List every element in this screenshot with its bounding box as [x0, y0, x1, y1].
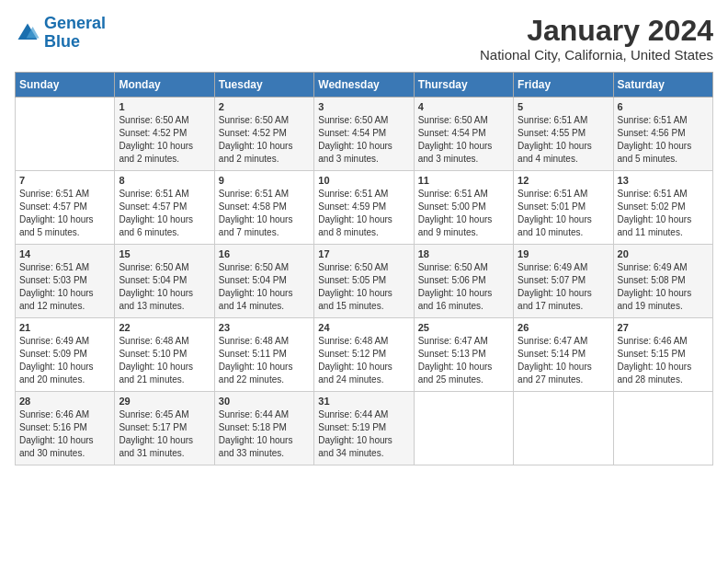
calendar-cell: 3Sunrise: 6:50 AM Sunset: 4:54 PM Daylig…	[314, 98, 414, 171]
day-number: 9	[219, 175, 310, 186]
day-number: 26	[518, 322, 609, 333]
day-info: Sunrise: 6:50 AM Sunset: 5:05 PM Dayligh…	[318, 261, 409, 313]
header-cell-sunday: Sunday	[16, 73, 115, 98]
calendar-cell: 27Sunrise: 6:46 AM Sunset: 5:15 PM Dayli…	[613, 318, 712, 392]
day-info: Sunrise: 6:51 AM Sunset: 4:55 PM Dayligh…	[518, 114, 609, 166]
day-info: Sunrise: 6:51 AM Sunset: 5:00 PM Dayligh…	[418, 188, 509, 239]
calendar-cell: 30Sunrise: 6:44 AM Sunset: 5:18 PM Dayli…	[214, 392, 313, 465]
day-number: 1	[119, 101, 210, 112]
day-number: 29	[119, 396, 210, 407]
day-number: 3	[318, 101, 409, 112]
calendar-cell: 17Sunrise: 6:50 AM Sunset: 5:05 PM Dayli…	[314, 245, 414, 318]
calendar-cell: 16Sunrise: 6:50 AM Sunset: 5:04 PM Dayli…	[214, 245, 313, 318]
logo: General Blue	[15, 15, 106, 52]
day-number: 7	[19, 175, 110, 186]
day-info: Sunrise: 6:47 AM Sunset: 5:14 PM Dayligh…	[518, 335, 609, 386]
day-number: 2	[219, 101, 310, 112]
calendar-cell: 2Sunrise: 6:50 AM Sunset: 4:52 PM Daylig…	[214, 98, 313, 171]
day-number: 19	[518, 248, 609, 259]
calendar-table: SundayMondayTuesdayWednesdayThursdayFrid…	[15, 72, 713, 465]
day-info: Sunrise: 6:45 AM Sunset: 5:17 PM Dayligh…	[119, 408, 210, 460]
location-title: National City, California, United States	[480, 47, 713, 63]
logo-text: General Blue	[44, 15, 106, 52]
calendar-cell	[414, 392, 513, 465]
calendar-cell: 14Sunrise: 6:51 AM Sunset: 5:03 PM Dayli…	[16, 245, 115, 318]
day-number: 8	[119, 175, 210, 186]
calendar-cell: 21Sunrise: 6:49 AM Sunset: 5:09 PM Dayli…	[16, 318, 115, 392]
day-number: 14	[19, 248, 110, 259]
header-cell-monday: Monday	[115, 73, 214, 98]
day-info: Sunrise: 6:50 AM Sunset: 5:06 PM Dayligh…	[418, 261, 509, 313]
day-number: 31	[318, 396, 409, 407]
day-number: 20	[618, 248, 709, 259]
day-info: Sunrise: 6:51 AM Sunset: 4:58 PM Dayligh…	[219, 188, 310, 239]
calendar-cell: 8Sunrise: 6:51 AM Sunset: 4:57 PM Daylig…	[115, 171, 214, 245]
day-number: 23	[219, 322, 310, 333]
header-cell-wednesday: Wednesday	[314, 73, 414, 98]
day-info: Sunrise: 6:51 AM Sunset: 5:01 PM Dayligh…	[518, 188, 609, 239]
calendar-cell: 12Sunrise: 6:51 AM Sunset: 5:01 PM Dayli…	[514, 171, 613, 245]
day-info: Sunrise: 6:50 AM Sunset: 4:52 PM Dayligh…	[219, 114, 310, 166]
day-info: Sunrise: 6:51 AM Sunset: 5:02 PM Dayligh…	[618, 188, 709, 239]
day-number: 10	[318, 175, 409, 186]
day-info: Sunrise: 6:50 AM Sunset: 5:04 PM Dayligh…	[119, 261, 210, 313]
month-title: January 2024	[480, 15, 713, 47]
calendar-cell: 9Sunrise: 6:51 AM Sunset: 4:58 PM Daylig…	[214, 171, 313, 245]
day-info: Sunrise: 6:44 AM Sunset: 5:19 PM Dayligh…	[318, 408, 409, 460]
day-info: Sunrise: 6:49 AM Sunset: 5:07 PM Dayligh…	[518, 261, 609, 313]
day-number: 30	[219, 396, 310, 407]
calendar-cell: 19Sunrise: 6:49 AM Sunset: 5:07 PM Dayli…	[514, 245, 613, 318]
header-cell-thursday: Thursday	[414, 73, 513, 98]
day-info: Sunrise: 6:44 AM Sunset: 5:18 PM Dayligh…	[219, 408, 310, 460]
title-block: January 2024 National City, California, …	[480, 15, 713, 63]
day-number: 27	[618, 322, 709, 333]
header-cell-saturday: Saturday	[613, 73, 712, 98]
day-number: 25	[418, 322, 509, 333]
day-info: Sunrise: 6:51 AM Sunset: 5:03 PM Dayligh…	[19, 261, 110, 313]
day-number: 22	[119, 322, 210, 333]
day-info: Sunrise: 6:48 AM Sunset: 5:11 PM Dayligh…	[219, 335, 310, 386]
day-info: Sunrise: 6:50 AM Sunset: 4:54 PM Dayligh…	[418, 114, 509, 166]
header-cell-friday: Friday	[514, 73, 613, 98]
day-number: 4	[418, 101, 509, 112]
calendar-cell: 26Sunrise: 6:47 AM Sunset: 5:14 PM Dayli…	[514, 318, 613, 392]
page-header: General Blue January 2024 National City,…	[15, 15, 713, 63]
calendar-week-row: 14Sunrise: 6:51 AM Sunset: 5:03 PM Dayli…	[16, 245, 713, 318]
day-info: Sunrise: 6:48 AM Sunset: 5:10 PM Dayligh…	[119, 335, 210, 386]
calendar-cell: 6Sunrise: 6:51 AM Sunset: 4:56 PM Daylig…	[613, 98, 712, 171]
day-info: Sunrise: 6:49 AM Sunset: 5:08 PM Dayligh…	[618, 261, 709, 313]
calendar-cell	[613, 392, 712, 465]
day-info: Sunrise: 6:48 AM Sunset: 5:12 PM Dayligh…	[318, 335, 409, 386]
day-info: Sunrise: 6:46 AM Sunset: 5:16 PM Dayligh…	[19, 408, 110, 460]
calendar-cell: 5Sunrise: 6:51 AM Sunset: 4:55 PM Daylig…	[514, 98, 613, 171]
calendar-cell	[16, 98, 115, 171]
day-number: 15	[119, 248, 210, 259]
day-number: 16	[219, 248, 310, 259]
calendar-cell: 23Sunrise: 6:48 AM Sunset: 5:11 PM Dayli…	[214, 318, 313, 392]
calendar-week-row: 1Sunrise: 6:50 AM Sunset: 4:52 PM Daylig…	[16, 98, 713, 171]
calendar-cell: 24Sunrise: 6:48 AM Sunset: 5:12 PM Dayli…	[314, 318, 414, 392]
day-number: 11	[418, 175, 509, 186]
day-info: Sunrise: 6:49 AM Sunset: 5:09 PM Dayligh…	[19, 335, 110, 386]
calendar-cell: 7Sunrise: 6:51 AM Sunset: 4:57 PM Daylig…	[16, 171, 115, 245]
day-info: Sunrise: 6:46 AM Sunset: 5:15 PM Dayligh…	[618, 335, 709, 386]
day-info: Sunrise: 6:51 AM Sunset: 4:59 PM Dayligh…	[318, 188, 409, 239]
day-number: 5	[518, 101, 609, 112]
calendar-cell: 28Sunrise: 6:46 AM Sunset: 5:16 PM Dayli…	[16, 392, 115, 465]
calendar-cell: 15Sunrise: 6:50 AM Sunset: 5:04 PM Dayli…	[115, 245, 214, 318]
calendar-cell: 1Sunrise: 6:50 AM Sunset: 4:52 PM Daylig…	[115, 98, 214, 171]
calendar-cell: 25Sunrise: 6:47 AM Sunset: 5:13 PM Dayli…	[414, 318, 513, 392]
day-number: 28	[19, 396, 110, 407]
calendar-cell: 10Sunrise: 6:51 AM Sunset: 4:59 PM Dayli…	[314, 171, 414, 245]
day-info: Sunrise: 6:51 AM Sunset: 4:56 PM Dayligh…	[618, 114, 709, 166]
calendar-cell: 31Sunrise: 6:44 AM Sunset: 5:19 PM Dayli…	[314, 392, 414, 465]
header-cell-tuesday: Tuesday	[214, 73, 313, 98]
day-number: 18	[418, 248, 509, 259]
calendar-cell: 22Sunrise: 6:48 AM Sunset: 5:10 PM Dayli…	[115, 318, 214, 392]
day-info: Sunrise: 6:51 AM Sunset: 4:57 PM Dayligh…	[19, 188, 110, 239]
logo-icon	[15, 20, 40, 46]
day-number: 6	[618, 101, 709, 112]
calendar-header-row: SundayMondayTuesdayWednesdayThursdayFrid…	[16, 73, 713, 98]
day-number: 13	[618, 175, 709, 186]
calendar-week-row: 7Sunrise: 6:51 AM Sunset: 4:57 PM Daylig…	[16, 171, 713, 245]
